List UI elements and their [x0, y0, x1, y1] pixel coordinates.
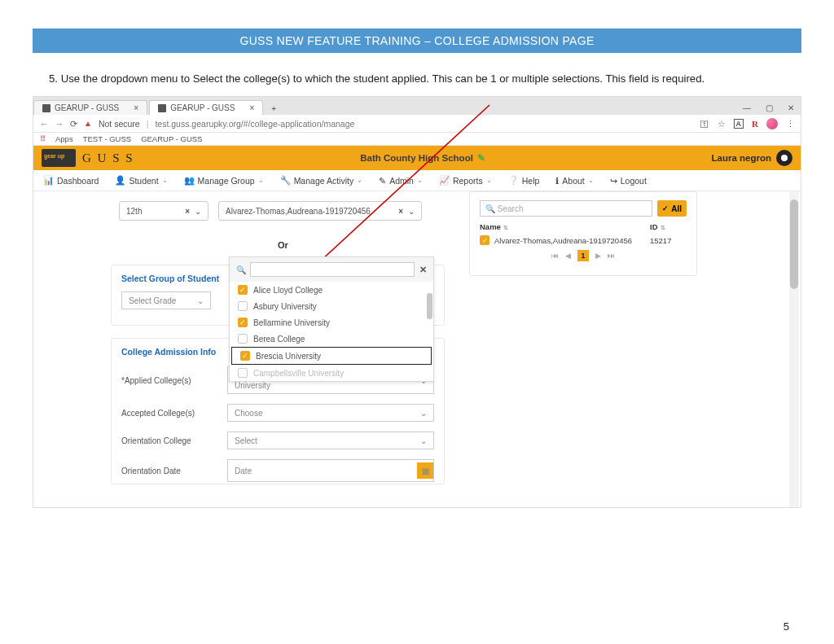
- checkbox-icon[interactable]: [238, 368, 248, 378]
- dropdown-scrollbar[interactable]: [427, 293, 432, 319]
- forward-button[interactable]: →: [55, 119, 64, 129]
- checkbox-icon[interactable]: [238, 301, 248, 311]
- password-key-icon[interactable]: ⚿: [700, 119, 709, 129]
- search-input[interactable]: 🔍 Search: [480, 200, 652, 217]
- url-text[interactable]: test.guss.gearupky.org/#/college-applica…: [155, 119, 354, 129]
- select-all-button[interactable]: All: [657, 200, 687, 217]
- student-list-panel: 🔍 Search All Name⇅ ID⇅ Alvarez-Thomas,Au…: [469, 191, 697, 276]
- main-nav: 📊 Dashboard 👤 Student ⌄ 👥 Manage Group ⌄…: [33, 170, 801, 191]
- bookmark-link[interactable]: GEARUP - GUSS: [141, 134, 202, 143]
- window-close-icon[interactable]: ✕: [788, 103, 794, 112]
- orientation-college-select[interactable]: Select⌄: [227, 432, 434, 449]
- dropdown-option[interactable]: Campbellsville University: [230, 365, 433, 381]
- dropdown-option[interactable]: Berea College: [230, 331, 433, 347]
- option-label: Bellarmine University: [253, 318, 330, 327]
- orientation-date-label: Orientation Date: [121, 467, 227, 475]
- checkbox-icon[interactable]: [238, 285, 248, 295]
- extension-r-icon[interactable]: R: [752, 119, 758, 129]
- app-body: 12th×⌄ Alvarez-Thomas,Audreana-191972045…: [33, 191, 801, 507]
- page-number: 5: [784, 620, 789, 633]
- window-minimize-icon[interactable]: —: [743, 103, 751, 112]
- instruction-text: 5. Use the dropdown menu to Select the c…: [49, 72, 785, 85]
- nav-about[interactable]: ℹ About ⌄: [555, 176, 593, 186]
- grade-select[interactable]: 12th×⌄: [119, 201, 208, 221]
- column-id-header[interactable]: ID⇅: [650, 222, 687, 231]
- or-divider: Or: [278, 240, 288, 250]
- pager-first-icon[interactable]: ⏮: [551, 252, 559, 260]
- not-secure-icon: ▲: [84, 119, 92, 128]
- extension-a-icon[interactable]: A: [734, 119, 744, 129]
- pager-last-icon[interactable]: ⏭: [608, 252, 615, 260]
- grade-dropdown[interactable]: Select Grade⌄: [121, 291, 211, 309]
- calendar-icon[interactable]: ▦: [417, 462, 433, 479]
- nav-logout[interactable]: ↪ Logout: [610, 176, 647, 186]
- dropdown-search-input[interactable]: [250, 262, 415, 277]
- browser-tabbar: GEARUP - GUSS × GEARUP - GUSS × + — ▢ ✕: [33, 97, 801, 115]
- checkbox-icon[interactable]: [238, 334, 248, 344]
- option-label: Brescia University: [256, 352, 321, 361]
- back-button[interactable]: ←: [40, 119, 49, 129]
- pager: ⏮ ◀ 1 ▶ ⏭: [480, 250, 687, 261]
- college-dropdown-popup: 🔍 ✕ Alice Lloyd CollegeAsbury University…: [229, 256, 434, 382]
- applied-college-label: *Applied College(s): [121, 376, 227, 385]
- pager-current[interactable]: 1: [577, 250, 589, 261]
- page-scrollbar[interactable]: [789, 191, 799, 507]
- option-label: Alice Lloyd College: [253, 286, 323, 295]
- browser-tab[interactable]: GEARUP - GUSS ×: [33, 100, 147, 115]
- user-avatar-icon[interactable]: [776, 150, 792, 166]
- option-label: Asbury University: [253, 302, 317, 311]
- school-name: Bath County High School: [360, 153, 473, 163]
- close-tab-icon[interactable]: ×: [249, 103, 254, 112]
- close-icon[interactable]: ✕: [419, 265, 427, 275]
- reload-button[interactable]: ⟳: [70, 119, 77, 129]
- accepted-college-label: Accepted College(s): [121, 409, 227, 418]
- nav-manage-group[interactable]: 👥 Manage Group ⌄: [184, 175, 264, 186]
- new-tab-button[interactable]: +: [265, 103, 283, 115]
- accepted-college-select[interactable]: Choose⌄: [227, 404, 434, 422]
- tab-title: GEARUP - GUSS: [170, 103, 235, 112]
- column-name-header[interactable]: Name⇅: [480, 222, 650, 231]
- dropdown-option[interactable]: Asbury University: [230, 298, 433, 314]
- dropdown-option[interactable]: Brescia University: [231, 347, 432, 365]
- dropdown-option[interactable]: Bellarmine University: [230, 314, 433, 331]
- window-maximize-icon[interactable]: ▢: [766, 103, 773, 112]
- favicon-icon: [42, 104, 50, 112]
- bookmark-star-icon[interactable]: ☆: [718, 119, 726, 129]
- bookmark-link[interactable]: Apps: [55, 134, 73, 143]
- profile-avatar-icon[interactable]: [766, 118, 778, 129]
- document-header: GUSS NEW FEATURE TRAINING – COLLEGE ADMI…: [33, 28, 801, 53]
- pager-prev-icon[interactable]: ◀: [565, 252, 571, 260]
- bookmarks-bar: ⠿ Apps TEST - GUSS GEARUP - GUSS: [33, 133, 801, 146]
- close-tab-icon[interactable]: ×: [134, 103, 138, 112]
- nav-student[interactable]: 👤 Student ⌄: [115, 175, 167, 186]
- apps-icon[interactable]: ⠿: [40, 134, 46, 143]
- checkbox-icon[interactable]: [238, 318, 248, 327]
- nav-admin[interactable]: ✎ Admin ⌄: [379, 176, 423, 186]
- checkbox-icon[interactable]: [240, 351, 250, 361]
- app-banner: G U S S Bath County High School ✎ Laura …: [33, 146, 801, 170]
- app-title: G U S S: [82, 151, 134, 165]
- tab-title: GEARUP - GUSS: [55, 103, 119, 112]
- bookmark-link[interactable]: TEST - GUSS: [83, 134, 131, 143]
- security-label: Not secure: [99, 119, 140, 129]
- pager-next-icon[interactable]: ▶: [595, 252, 601, 260]
- browser-tab-active[interactable]: GEARUP - GUSS ×: [149, 100, 263, 115]
- nav-dashboard[interactable]: 📊 Dashboard: [43, 175, 99, 186]
- browser-menu-icon[interactable]: ⋮: [786, 119, 794, 129]
- dropdown-option[interactable]: Alice Lloyd College: [230, 282, 433, 298]
- orientation-college-label: Orientation College: [121, 436, 227, 445]
- student-select[interactable]: Alvarez-Thomas,Audreana-1919720456×⌄: [218, 201, 422, 221]
- browser-addressbar: ← → ⟳ ▲ Not secure | test.guss.gearupky.…: [33, 115, 801, 133]
- table-row[interactable]: Alvarez-Thomas,Audreana-1919720456 15217: [480, 235, 687, 245]
- user-name: Laura negron: [712, 153, 771, 163]
- nav-manage-activity[interactable]: 🔧 Manage Activity ⌄: [280, 175, 363, 186]
- nav-reports[interactable]: 📈 Reports ⌄: [439, 175, 492, 186]
- gearup-logo: [42, 149, 76, 167]
- nav-help[interactable]: ❔ Help: [508, 175, 540, 186]
- orientation-date-input[interactable]: Date ▦: [227, 459, 434, 482]
- embedded-screenshot: GEARUP - GUSS × GEARUP - GUSS × + — ▢ ✕ …: [33, 96, 801, 508]
- favicon-icon: [158, 104, 166, 112]
- option-label: Campbellsville University: [253, 369, 344, 378]
- row-checkbox[interactable]: [480, 235, 489, 245]
- edit-icon[interactable]: ✎: [477, 152, 485, 164]
